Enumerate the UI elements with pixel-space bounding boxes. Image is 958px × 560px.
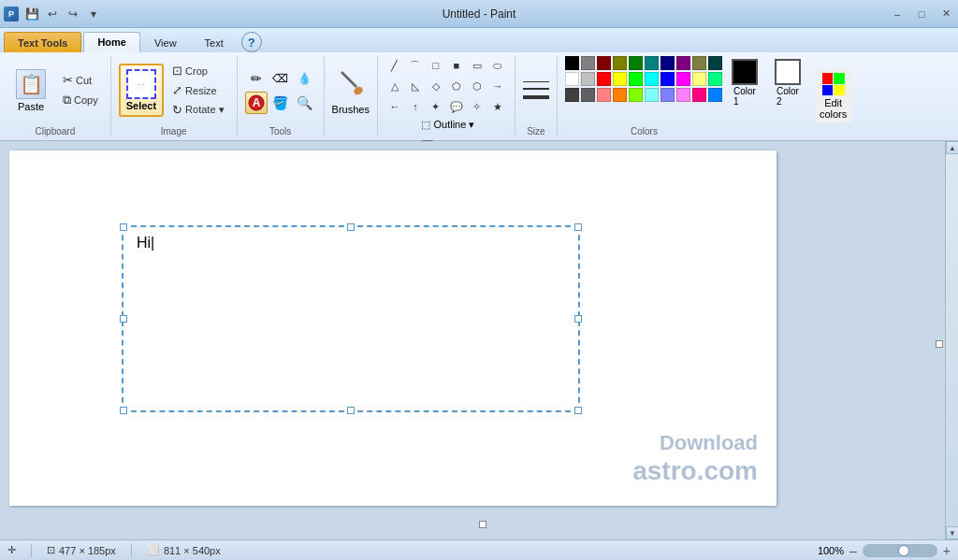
minimize-button[interactable]: –: [885, 0, 909, 28]
color-swatch-2[interactable]: [597, 56, 611, 70]
shape-roundrect[interactable]: ▭: [468, 56, 486, 75]
color-swatch-23[interactable]: [613, 88, 627, 102]
shape-arrow-up[interactable]: ↑: [406, 97, 425, 116]
color-swatch-15[interactable]: [645, 72, 659, 86]
tab-text[interactable]: Text: [191, 32, 238, 52]
cut-button[interactable]: ✂ Cut: [58, 71, 103, 89]
shape-callout[interactable]: 💬: [447, 97, 466, 116]
handle-tr[interactable]: [574, 223, 582, 231]
fill-tool[interactable]: 🪣: [269, 92, 292, 114]
shape-pentagon[interactable]: ⬠: [447, 77, 466, 95]
shape-line[interactable]: ╱: [385, 56, 404, 75]
paint-canvas[interactable]: Hi| Download astro.com: [9, 151, 777, 506]
color-swatch-24[interactable]: [629, 88, 643, 102]
size-line-medium[interactable]: [523, 88, 549, 90]
handle-bm[interactable]: [347, 407, 355, 414]
color-swatch-0[interactable]: [565, 56, 579, 70]
zoom-tool[interactable]: 🔍: [294, 92, 316, 114]
handle-tl[interactable]: [120, 223, 127, 231]
shape-curve[interactable]: ⌒: [406, 56, 425, 75]
shape-triangle[interactable]: △: [385, 77, 404, 95]
color-swatch-29[interactable]: [708, 88, 722, 102]
size-line-thin[interactable]: [523, 81, 549, 82]
tab-home[interactable]: Home: [83, 32, 140, 52]
rotate-button[interactable]: ↻ Rotate ▾: [167, 101, 228, 119]
shape-diamond[interactable]: ◇: [427, 77, 445, 95]
tab-text-tools[interactable]: Text Tools: [4, 32, 81, 52]
color-swatch-12[interactable]: [597, 72, 611, 86]
text-input-content[interactable]: Hi|: [137, 235, 154, 251]
color-swatch-6[interactable]: [660, 56, 675, 70]
zoom-thumb[interactable]: [898, 545, 909, 556]
shape-4arrow[interactable]: ✦: [427, 97, 445, 116]
shape-star5[interactable]: ★: [488, 97, 507, 116]
paste-button[interactable]: 📋 Paste: [7, 56, 54, 124]
shape-arrow-right[interactable]: →: [488, 77, 507, 95]
shape-rect[interactable]: □: [427, 56, 445, 75]
customize-qa-button[interactable]: ▾: [84, 5, 103, 23]
shape-righttriangle[interactable]: ◺: [406, 77, 425, 95]
text-selection-box[interactable]: Hi|: [122, 225, 580, 412]
color-swatch-5[interactable]: [645, 56, 659, 70]
color-swatch-22[interactable]: [597, 88, 611, 102]
eraser-tool[interactable]: ⌫: [269, 67, 292, 90]
shape-arrow-left[interactable]: ←: [385, 97, 404, 116]
handle-br[interactable]: [574, 407, 582, 414]
color-swatch-3[interactable]: [613, 56, 627, 70]
quick-undo-button[interactable]: ↩: [43, 5, 62, 23]
handle-mr[interactable]: [574, 315, 582, 323]
scroll-down-button[interactable]: ▼: [946, 526, 958, 539]
tab-view[interactable]: View: [140, 32, 191, 52]
color-swatch-14[interactable]: [629, 72, 643, 86]
zoom-out-button[interactable]: –: [849, 543, 857, 558]
color-swatch-11[interactable]: [581, 72, 595, 86]
text-tool[interactable]: A: [245, 92, 268, 114]
canvas-resize-handle-bottom[interactable]: [479, 521, 486, 528]
color-picker-tool[interactable]: 💧: [294, 67, 316, 90]
copy-button[interactable]: ⧉ Copy: [58, 91, 103, 109]
shape-roundrect2[interactable]: ⬭: [488, 56, 507, 75]
color-swatch-20[interactable]: [565, 88, 579, 102]
color-swatch-28[interactable]: [692, 88, 706, 102]
handle-tm[interactable]: [347, 223, 355, 231]
maximize-button[interactable]: □: [909, 0, 934, 28]
quick-redo-button[interactable]: ↪: [64, 5, 82, 23]
scroll-track[interactable]: [946, 154, 958, 526]
color-swatch-9[interactable]: [708, 56, 722, 70]
color-swatch-10[interactable]: [565, 72, 579, 86]
color-swatch-7[interactable]: [676, 56, 690, 70]
color-swatch-26[interactable]: [660, 88, 675, 102]
quick-save-button[interactable]: 💾: [22, 5, 41, 23]
select-button[interactable]: ··· Select: [119, 64, 164, 117]
color-swatch-25[interactable]: [645, 88, 659, 102]
size-line-thick[interactable]: [523, 95, 549, 99]
color-swatch-4[interactable]: [629, 56, 643, 70]
color-swatch-21[interactable]: [581, 88, 595, 102]
outline-button[interactable]: ⬚ Outline ▾: [414, 116, 481, 134]
color2-button[interactable]: Color2: [770, 56, 806, 109]
close-button[interactable]: ✕: [934, 0, 958, 28]
vertical-scrollbar[interactable]: ▲ ▼: [945, 141, 958, 539]
zoom-slider[interactable]: [863, 544, 937, 557]
color-swatch-19[interactable]: [708, 72, 722, 86]
canvas-resize-handle-right[interactable]: [936, 340, 943, 348]
handle-ml[interactable]: [120, 315, 127, 323]
help-button[interactable]: ?: [241, 32, 262, 52]
color-swatch-17[interactable]: [676, 72, 690, 86]
color-swatch-8[interactable]: [692, 56, 706, 70]
shape-hexagon[interactable]: ⬡: [468, 77, 486, 95]
color-swatch-13[interactable]: [613, 72, 627, 86]
shape-star4[interactable]: ✧: [468, 97, 486, 116]
brushes-button[interactable]: [334, 66, 368, 100]
handle-bl[interactable]: [120, 407, 127, 414]
color-swatch-16[interactable]: [660, 72, 675, 86]
crop-button[interactable]: ⊡ Crop: [167, 62, 228, 79]
color-swatch-1[interactable]: [581, 56, 595, 70]
color-swatch-18[interactable]: [692, 72, 706, 86]
shape-rect-filled[interactable]: ■: [447, 56, 466, 75]
zoom-in-button[interactable]: +: [943, 543, 951, 558]
color1-button[interactable]: Color1: [727, 56, 762, 109]
scroll-up-button[interactable]: ▲: [946, 141, 958, 154]
edit-colors-button[interactable]: Editcolors: [815, 70, 851, 122]
resize-button[interactable]: ⤢ Resize: [167, 81, 228, 99]
